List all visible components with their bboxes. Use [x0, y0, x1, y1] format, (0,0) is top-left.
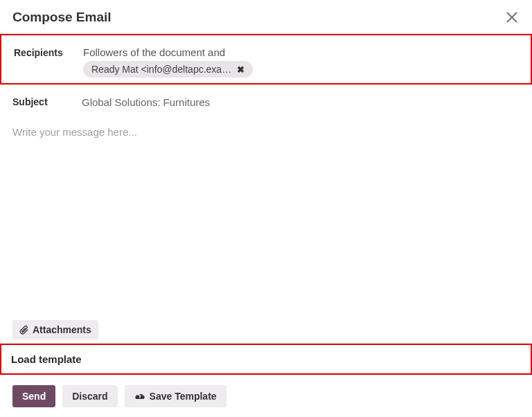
- editor-placeholder: Write your message here...: [12, 126, 137, 138]
- recipients-field: Recipients Followers of the document and…: [0, 34, 532, 85]
- subject-value[interactable]: Global Solutions: Furnitures: [82, 94, 520, 108]
- attachments-button[interactable]: Attachments: [12, 320, 98, 339]
- message-editor[interactable]: Write your message here...: [0, 114, 532, 316]
- load-template-label: Load template: [11, 353, 82, 365]
- send-label: Send: [22, 391, 46, 402]
- recipient-chip[interactable]: Ready Mat <info@deltapc.exa… ✖: [83, 61, 253, 78]
- modal-footer: Send Discard Save Template: [0, 375, 532, 417]
- discard-label: Discard: [72, 391, 107, 402]
- recipient-chip-text: Ready Mat <info@deltapc.exa…: [91, 64, 231, 75]
- attachments-row: Attachments: [0, 316, 532, 344]
- attachments-label: Attachments: [33, 324, 91, 335]
- save-template-label: Save Template: [150, 391, 217, 402]
- modal-title: Compose Email: [12, 10, 112, 25]
- remove-recipient-icon[interactable]: ✖: [237, 64, 245, 75]
- compose-email-modal: Compose Email Recipients Followers of th…: [0, 0, 532, 417]
- recipients-label: Recipients: [14, 45, 83, 58]
- paperclip-icon: [19, 325, 29, 335]
- send-button[interactable]: Send: [12, 385, 55, 407]
- close-icon: [506, 11, 518, 24]
- followers-text: Followers of the document and: [83, 45, 518, 61]
- modal-header: Compose Email: [0, 0, 532, 34]
- subject-label: Subject: [12, 94, 82, 107]
- subject-field: Subject Global Solutions: Furnitures: [0, 85, 532, 114]
- cloud-upload-icon: [134, 391, 145, 401]
- recipients-value[interactable]: Followers of the document and Ready Mat …: [83, 45, 518, 78]
- discard-button[interactable]: Discard: [62, 385, 117, 407]
- save-template-button[interactable]: Save Template: [125, 385, 227, 407]
- load-template-field[interactable]: Load template: [0, 344, 532, 375]
- close-button[interactable]: [504, 11, 520, 24]
- modal-body: Recipients Followers of the document and…: [0, 34, 532, 375]
